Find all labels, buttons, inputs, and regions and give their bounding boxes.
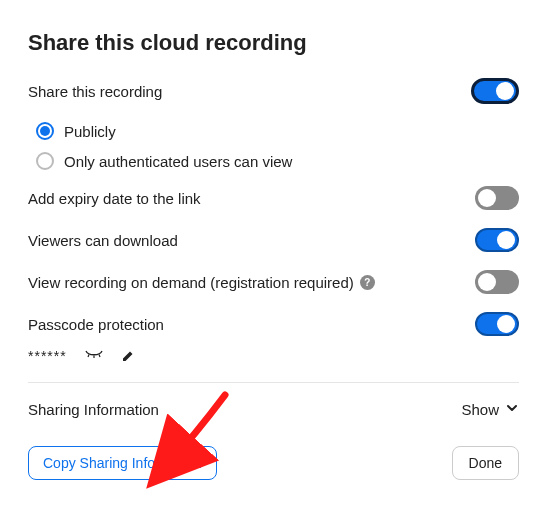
radio-publicly-label: Publicly [64, 123, 116, 140]
passcode-toggle[interactable] [475, 312, 519, 336]
passcode-masked: ****** [28, 348, 67, 364]
svg-line-0 [88, 355, 89, 358]
radio-authenticated[interactable]: Only authenticated users can view [36, 152, 519, 170]
chevron-down-icon [505, 401, 519, 418]
help-icon[interactable]: ? [360, 275, 375, 290]
radio-publicly-input[interactable] [36, 122, 54, 140]
download-toggle[interactable] [475, 228, 519, 252]
expiry-toggle[interactable] [475, 186, 519, 210]
show-sharing-info-button[interactable]: Show [461, 401, 519, 418]
share-recording-toggle[interactable] [471, 78, 519, 104]
on-demand-label: View recording on demand (registration r… [28, 274, 375, 291]
expiry-label: Add expiry date to the link [28, 190, 201, 207]
svg-line-2 [99, 355, 100, 358]
radio-authenticated-label: Only authenticated users can view [64, 153, 292, 170]
sharing-info-label: Sharing Information [28, 401, 159, 418]
show-passcode-icon[interactable] [85, 350, 103, 362]
dialog-title: Share this cloud recording [28, 30, 519, 56]
share-recording-label: Share this recording [28, 83, 162, 100]
edit-passcode-icon[interactable] [121, 349, 135, 363]
radio-publicly[interactable]: Publicly [36, 122, 519, 140]
passcode-label: Passcode protection [28, 316, 164, 333]
download-label: Viewers can download [28, 232, 178, 249]
copy-sharing-info-button[interactable]: Copy Sharing Information [28, 446, 217, 480]
on-demand-toggle[interactable] [475, 270, 519, 294]
radio-authenticated-input[interactable] [36, 152, 54, 170]
done-button[interactable]: Done [452, 446, 519, 480]
divider [28, 382, 519, 383]
